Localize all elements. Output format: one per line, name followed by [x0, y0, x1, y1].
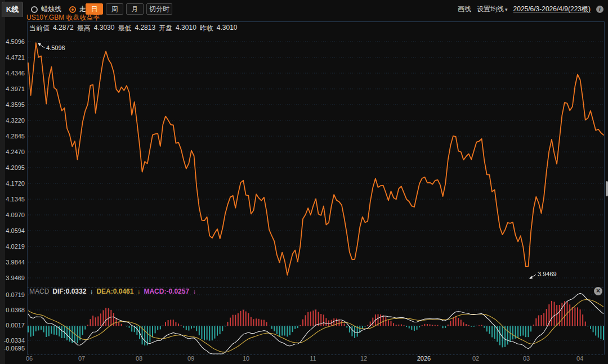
main-y-axis-labels: 4.50964.47214.43464.39714.35954.32204.28… — [6, 38, 25, 281]
svg-text:4.2095: 4.2095 — [6, 164, 25, 171]
candlestick-radio[interactable] — [31, 6, 38, 13]
chart-tools: 画线 设置均线 ▾ 2025/6/3-2026/4/9(223根) i — [458, 5, 603, 14]
stat-current-value: 4.2872 — [53, 24, 74, 33]
period-intraday-button[interactable]: 切分时 — [146, 3, 172, 15]
svg-text:4.3971: 4.3971 — [6, 86, 25, 92]
dif-down-arrow-icon: ↓ — [90, 287, 93, 295]
stat-open-value: 4.3010 — [176, 24, 196, 33]
min-value-annotation: 3.9469 — [538, 271, 557, 277]
svg-text:03: 03 — [523, 355, 530, 362]
svg-text:02: 02 — [472, 355, 479, 362]
price-line — [28, 43, 603, 275]
svg-text:06: 06 — [26, 355, 33, 362]
svg-text:2026: 2026 — [417, 355, 431, 362]
macd-dif-value: DIF:0.0332 — [52, 287, 86, 295]
period-month-button[interactable]: 月 — [126, 3, 144, 15]
macd-header: MACD DIF:0.0332 ↓ DEA:0.0461 ↓ MACD:-0.0… — [29, 287, 196, 295]
symbol-title: US10Y.GBM 收盘收益率 — [26, 13, 100, 23]
date-range-link[interactable]: 2025/6/3-2026/4/9(223根) — [513, 5, 591, 14]
tab-kline[interactable]: K线 — [2, 2, 23, 17]
stat-open-label: 开盘 — [159, 24, 172, 33]
draw-line-button[interactable]: 画线 — [458, 5, 471, 14]
stat-low-label: 最低 — [118, 24, 131, 33]
svg-text:07: 07 — [78, 355, 85, 362]
svg-text:04: 04 — [576, 355, 583, 362]
x-axis-labels: 060708091011122026020304 — [26, 355, 583, 362]
set-ma-dropdown[interactable]: 设置均线 ▾ — [477, 5, 508, 14]
stats-bar: 当前值 4.2872 最高 4.3030 最低 4.2813 开盘 4.3010… — [29, 24, 238, 33]
stat-high-value: 4.3030 — [94, 24, 115, 33]
stat-prevclose-label: 昨收 — [200, 24, 213, 33]
svg-text:4.0970: 4.0970 — [6, 212, 25, 218]
kline-window: 4.50964.47214.43464.39714.35954.32204.28… — [0, 0, 608, 364]
stat-prevclose-value: 4.3010 — [217, 24, 238, 33]
dea-down-arrow-icon: ↓ — [137, 287, 140, 295]
macd-hist-value: MACD:-0.0257 — [144, 287, 189, 295]
svg-text:0.0017: 0.0017 — [6, 322, 25, 329]
chart-canvas: 4.50964.47214.43464.39714.35954.32204.28… — [0, 0, 608, 364]
svg-text:4.0219: 4.0219 — [6, 243, 25, 250]
svg-text:12: 12 — [360, 355, 367, 362]
macd-down-arrow-icon: ↓ — [193, 287, 196, 295]
chevron-down-icon: ▾ — [505, 7, 508, 12]
svg-text:10: 10 — [243, 355, 249, 362]
macd-title: MACD — [29, 287, 49, 295]
macd-y-axis-labels: 0.07190.03680.0017-0.0334-0.0695 — [4, 291, 25, 352]
svg-text:0.0719: 0.0719 — [6, 291, 25, 298]
svg-text:0.0368: 0.0368 — [6, 307, 25, 313]
svg-text:4.1720: 4.1720 — [6, 180, 25, 187]
svg-text:4.3595: 4.3595 — [6, 101, 25, 108]
svg-text:4.5096: 4.5096 — [6, 38, 25, 45]
set-ma-label: 设置均线 — [477, 5, 504, 14]
macd-dea-value: DEA:0.0461 — [96, 287, 133, 295]
info-icon[interactable]: i — [596, 6, 603, 13]
svg-text:09: 09 — [187, 355, 194, 362]
period-week-button[interactable]: 周 — [106, 3, 123, 15]
svg-text:-0.0695: -0.0695 — [4, 345, 25, 352]
svg-text:4.3220: 4.3220 — [6, 117, 25, 124]
macd-close-icon[interactable]: × — [594, 287, 602, 295]
symbol-name: 收盘收益率 — [66, 14, 100, 21]
vertical-scrollbar-thumb[interactable] — [606, 181, 608, 196]
svg-text:3.9469: 3.9469 — [6, 275, 25, 281]
svg-text:11: 11 — [310, 355, 316, 362]
svg-text:08: 08 — [136, 355, 142, 362]
svg-text:4.2845: 4.2845 — [6, 133, 25, 140]
svg-text:4.4346: 4.4346 — [6, 70, 25, 77]
svg-text:3.9844: 3.9844 — [6, 259, 25, 266]
max-value-annotation: 4.5096 — [46, 44, 65, 51]
symbol-code: US10Y.GBM — [26, 14, 64, 21]
stat-high-label: 最高 — [77, 24, 91, 33]
stat-current-label: 当前值 — [29, 24, 50, 33]
svg-text:4.0594: 4.0594 — [6, 227, 25, 234]
svg-text:-0.0334: -0.0334 — [4, 337, 25, 344]
svg-text:4.1345: 4.1345 — [6, 196, 25, 203]
trendline-radio[interactable] — [69, 6, 76, 13]
annotations: 4.50963.9469 — [38, 43, 557, 279]
stat-low-value: 4.2813 — [135, 24, 155, 33]
svg-text:4.2470: 4.2470 — [6, 149, 25, 155]
svg-text:4.4721: 4.4721 — [6, 54, 25, 61]
